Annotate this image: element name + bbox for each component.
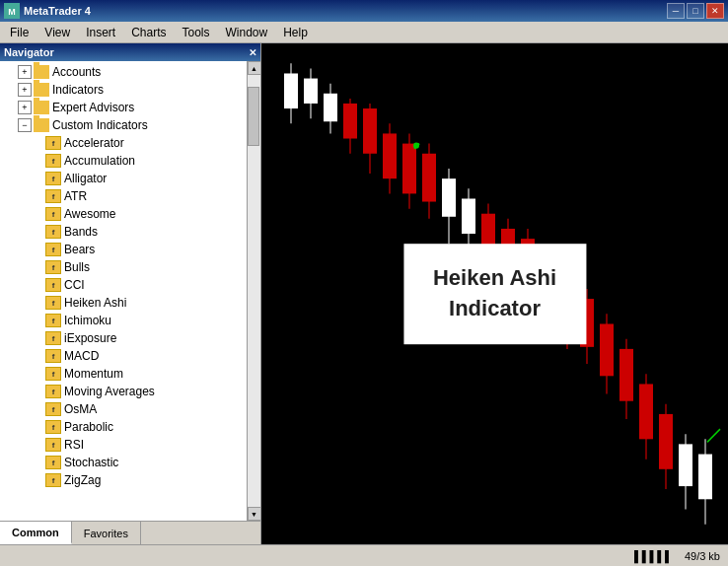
expand-custom[interactable]: − (18, 118, 32, 132)
item-parabolic: Parabolic (64, 420, 113, 434)
item-bands: Bands (64, 225, 98, 239)
list-item[interactable]: f Accelerator (0, 134, 247, 152)
close-button[interactable]: ✕ (706, 3, 724, 19)
tree-area[interactable]: + Accounts + Indicators + Expert (0, 61, 247, 521)
menu-help[interactable]: Help (275, 24, 316, 41)
list-item[interactable]: f iExposure (0, 329, 247, 347)
menu-tools[interactable]: Tools (175, 24, 218, 41)
list-item[interactable]: f Momentum (0, 365, 247, 383)
list-item[interactable]: f Alligator (0, 170, 247, 187)
menu-window[interactable]: Window (218, 24, 276, 41)
svg-rect-16 (402, 144, 416, 194)
list-item[interactable]: f ATR (0, 187, 247, 205)
tab-favorites[interactable]: Favorites (72, 522, 141, 544)
navigator-panel: Navigator ✕ + Accounts + Indicators (0, 43, 261, 544)
item-zigzag: ZigZag (64, 473, 101, 487)
svg-rect-45 (659, 414, 673, 469)
list-item[interactable]: f Parabolic (0, 418, 247, 436)
list-item[interactable]: f MACD (0, 347, 247, 365)
indicator-icon-stochastic: f (45, 456, 61, 469)
item-atr: ATR (64, 189, 87, 203)
list-item[interactable]: f Accumulation (0, 152, 247, 170)
indicator-icon-parabolic: f (45, 420, 61, 434)
svg-rect-41 (619, 349, 633, 401)
tree-expert-advisors[interactable]: + Expert Advisors (0, 99, 247, 116)
list-item[interactable]: f Bears (0, 241, 247, 258)
indicator-icon-alligator: f (45, 172, 61, 185)
item-ichimoku: Ichimoku (64, 314, 111, 327)
chart-label-line2: Indicator (449, 296, 541, 320)
scroll-thumb[interactable] (248, 87, 259, 146)
svg-rect-6 (304, 79, 318, 104)
item-stochastic: Stochastic (64, 456, 118, 469)
list-item[interactable]: f Heiken Ashi (0, 294, 247, 312)
minimize-button[interactable]: ─ (667, 3, 685, 19)
menu-view[interactable]: View (36, 24, 78, 41)
indicators-label: Indicators (52, 83, 104, 97)
svg-rect-8 (324, 94, 337, 121)
list-item[interactable]: f RSI (0, 436, 247, 454)
content-row: Navigator ✕ + Accounts + Indicators (0, 43, 728, 544)
list-item[interactable]: f ZigZag (0, 471, 247, 489)
list-item[interactable]: f Stochastic (0, 454, 247, 471)
scroll-down-button[interactable]: ▼ (248, 507, 261, 521)
svg-rect-39 (600, 323, 614, 376)
list-item[interactable]: f OsMA (0, 400, 247, 418)
tab-favorites-label: Favorites (84, 528, 128, 539)
indicator-icon-accumulation: f (45, 154, 61, 168)
item-osma: OsMA (64, 402, 97, 416)
maximize-button[interactable]: □ (687, 3, 704, 19)
item-bears: Bears (64, 243, 95, 256)
tab-common-label: Common (12, 527, 59, 538)
chart-area[interactable]: Heiken Ashi Indicator (261, 43, 728, 544)
indicator-icon-osma: f (45, 402, 61, 416)
navigator-scrollbar[interactable]: ▲ ▼ (247, 61, 260, 521)
expand-indicators[interactable]: + (18, 83, 32, 97)
indicator-icon-accelerator: f (45, 136, 61, 150)
chart-icon: ▌▌▌▌▌ (634, 550, 673, 562)
list-item[interactable]: f CCI (0, 276, 247, 294)
indicator-icon-ma: f (45, 385, 61, 398)
svg-rect-47 (679, 444, 692, 486)
svg-rect-14 (383, 133, 397, 178)
navigator-close[interactable]: ✕ (249, 47, 256, 58)
scroll-up-button[interactable]: ▲ (248, 61, 261, 75)
navigator-header: Navigator ✕ (0, 43, 260, 61)
expand-expert-advisors[interactable]: + (18, 101, 32, 114)
window-controls: ─ □ ✕ (667, 3, 724, 19)
item-cci: CCI (64, 278, 85, 292)
menu-file[interactable]: File (2, 24, 36, 41)
item-ma: Moving Averages (64, 385, 155, 398)
item-heiken: Heiken Ashi (64, 296, 126, 310)
folder-icon-accounts (34, 65, 49, 79)
window-title: MetaTrader 4 (24, 5, 91, 17)
indicator-icon-bulls: f (45, 260, 61, 274)
folder-icon-indicators (34, 83, 49, 97)
menu-charts[interactable]: Charts (123, 24, 174, 41)
item-awesome: Awesome (64, 207, 115, 221)
indicator-icon-ichimoku: f (45, 314, 61, 327)
list-item[interactable]: f Awesome (0, 205, 247, 223)
list-item[interactable]: f Bulls (0, 258, 247, 276)
tree-indicators[interactable]: + Indicators (0, 81, 247, 99)
title-bar: M MetaTrader 4 ─ □ ✕ (0, 0, 728, 22)
list-item[interactable]: f Moving Averages (0, 383, 247, 400)
item-iexposure: iExposure (64, 331, 116, 345)
indicator-icon-atr: f (45, 189, 61, 203)
memory-label: 49/3 kb (685, 550, 720, 562)
accounts-label: Accounts (52, 65, 101, 79)
item-rsi: RSI (64, 438, 84, 452)
title-bar-left: M MetaTrader 4 (4, 3, 91, 19)
tree-accounts[interactable]: + Accounts (0, 63, 247, 81)
folder-icon-ea (34, 101, 49, 114)
tree-custom-indicators[interactable]: − Custom Indicators (0, 116, 247, 134)
indicator-icon-bears: f (45, 243, 61, 256)
item-macd: MACD (64, 349, 99, 363)
svg-rect-43 (639, 384, 653, 439)
list-item[interactable]: f Bands (0, 223, 247, 241)
list-item[interactable]: f Ichimoku (0, 312, 247, 329)
menu-insert[interactable]: Insert (78, 24, 123, 41)
indicator-icon-cci: f (45, 278, 61, 292)
expand-accounts[interactable]: + (18, 65, 32, 79)
tab-common[interactable]: Common (0, 522, 72, 544)
